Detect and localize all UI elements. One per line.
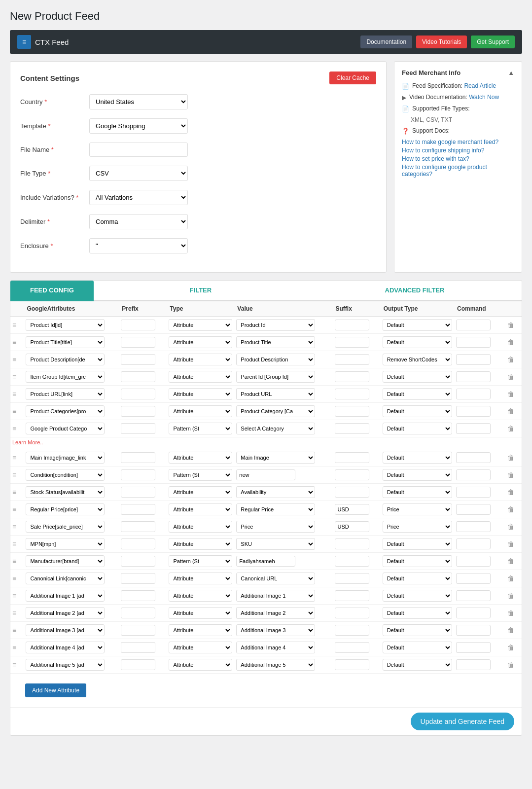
value-select[interactable]: Canonical URL — [236, 573, 315, 584]
support-link-4[interactable]: How to configure google product categori… — [402, 164, 514, 178]
tab-filter[interactable]: FILTER — [94, 281, 308, 301]
prefix-input[interactable] — [121, 608, 155, 618]
drag-handle[interactable]: ≡ — [10, 466, 24, 484]
prefix-input[interactable] — [121, 406, 155, 417]
delete-row-button[interactable]: 🗑 — [505, 389, 516, 399]
command-input[interactable] — [456, 659, 491, 670]
output-type-select[interactable]: Default — [383, 607, 452, 619]
type-select[interactable]: Attribute — [169, 573, 232, 584]
drag-handle[interactable]: ≡ — [10, 368, 24, 386]
google-attribute-select[interactable]: Product Id[id] — [26, 319, 105, 331]
type-select[interactable]: Attribute — [169, 607, 232, 619]
suffix-input[interactable] — [335, 389, 369, 399]
suffix-input[interactable] — [335, 469, 369, 480]
prefix-input[interactable] — [121, 389, 155, 399]
tab-feed-config[interactable]: FEED CONFIG — [10, 281, 94, 301]
output-type-select[interactable]: Price — [383, 521, 452, 533]
delete-row-button[interactable]: 🗑 — [505, 337, 516, 347]
command-input[interactable] — [456, 538, 491, 549]
value-select[interactable]: Additional Image 3 — [236, 624, 315, 636]
google-attribute-select[interactable]: MPN[mpn] — [26, 538, 105, 550]
prefix-input[interactable] — [121, 659, 155, 670]
google-attribute-select[interactable]: Product Title[title] — [26, 336, 105, 348]
output-type-select[interactable]: Default — [383, 452, 452, 464]
google-attribute-select[interactable]: Additional Image 5 [ad — [26, 659, 105, 671]
drag-handle[interactable]: ≡ — [10, 553, 24, 570]
delete-row-button[interactable]: 🗑 — [505, 320, 516, 330]
value-select[interactable]: Regular Price — [236, 503, 315, 515]
docs-button[interactable]: Documentation — [360, 36, 412, 48]
learn-more-link[interactable]: Learn More.. — [12, 439, 43, 445]
output-type-select[interactable]: Default — [383, 538, 452, 550]
tab-advanced-filter[interactable]: ADVANCED FILTER — [308, 281, 522, 301]
output-type-select[interactable]: Default — [383, 371, 452, 383]
command-input[interactable] — [456, 469, 491, 480]
command-input[interactable] — [456, 608, 491, 618]
delete-row-button[interactable]: 🗑 — [505, 453, 516, 463]
delete-row-button[interactable]: 🗑 — [505, 539, 516, 549]
output-type-select[interactable]: Price — [383, 503, 452, 515]
command-input[interactable] — [456, 642, 491, 653]
spec-link[interactable]: Read Article — [464, 82, 496, 89]
type-select[interactable]: Attribute — [169, 503, 232, 515]
google-attribute-select[interactable]: Item Group Id[item_grc — [26, 371, 105, 383]
prefix-input[interactable] — [121, 504, 155, 515]
delete-row-button[interactable]: 🗑 — [505, 504, 516, 514]
support-link-3[interactable]: How to set price with tax? — [402, 155, 514, 162]
type-select[interactable]: Attribute — [169, 538, 232, 550]
command-input[interactable] — [456, 452, 491, 463]
google-attribute-select[interactable]: Regular Price[price] — [26, 503, 105, 515]
type-select[interactable]: Attribute — [169, 405, 232, 417]
type-select[interactable]: Attribute — [169, 319, 232, 331]
value-select[interactable]: Availability — [236, 486, 315, 498]
suffix-input[interactable] — [335, 354, 369, 365]
value-select[interactable]: Price — [236, 521, 315, 533]
delete-row-button[interactable]: 🗑 — [505, 522, 516, 532]
google-attribute-select[interactable]: Condition[condition] — [26, 469, 105, 481]
drag-handle[interactable]: ≡ — [10, 605, 24, 622]
type-select[interactable]: Pattern (St — [169, 555, 232, 567]
google-attribute-select[interactable]: Additional Image 4 [ad — [26, 642, 105, 653]
add-new-attribute-button[interactable]: Add New Attribute — [25, 683, 86, 697]
drag-handle[interactable]: ≡ — [10, 351, 24, 368]
prefix-input[interactable] — [121, 538, 155, 549]
drag-handle[interactable]: ≡ — [10, 570, 24, 587]
drag-handle[interactable]: ≡ — [10, 536, 24, 553]
output-type-select[interactable]: Default — [383, 590, 452, 602]
prefix-input[interactable] — [121, 354, 155, 365]
prefix-input[interactable] — [121, 573, 155, 584]
value-input[interactable] — [236, 556, 295, 567]
command-input[interactable] — [456, 521, 491, 532]
suffix-input[interactable] — [335, 590, 369, 601]
value-select[interactable]: Product Title — [236, 336, 315, 348]
prefix-input[interactable] — [121, 625, 155, 636]
type-select[interactable]: Attribute — [169, 371, 232, 383]
prefix-input[interactable] — [121, 320, 155, 330]
suffix-input[interactable] — [335, 625, 369, 636]
variations-select[interactable]: All Variations — [89, 190, 188, 205]
google-attribute-select[interactable]: Product URL[link] — [26, 388, 105, 400]
drag-handle[interactable]: ≡ — [10, 317, 24, 334]
output-type-select[interactable]: Default — [383, 319, 452, 331]
prefix-input[interactable] — [121, 452, 155, 463]
delimiter-select[interactable]: Comma — [89, 214, 188, 229]
google-attribute-select[interactable]: Canonical Link[canonic — [26, 573, 105, 584]
drag-handle[interactable]: ≡ — [10, 622, 24, 639]
delete-row-button[interactable]: 🗑 — [505, 424, 516, 433]
output-type-select[interactable]: Default — [383, 624, 452, 636]
template-select[interactable]: Google Shopping — [89, 118, 188, 134]
type-select[interactable]: Attribute — [169, 452, 232, 464]
type-select[interactable]: Attribute — [169, 624, 232, 636]
delete-row-button[interactable]: 🗑 — [505, 625, 516, 635]
update-feed-button[interactable]: Update and Generate Feed — [411, 713, 514, 730]
value-select[interactable]: Product Id — [236, 319, 315, 331]
value-select[interactable]: Additional Image 5 — [236, 659, 315, 671]
drag-handle[interactable]: ≡ — [10, 420, 24, 437]
delete-row-button[interactable]: 🗑 — [505, 372, 516, 382]
google-attribute-select[interactable]: Main Image[image_link — [26, 452, 105, 464]
video-button[interactable]: Video Tutorials — [416, 36, 467, 48]
prefix-input[interactable] — [121, 469, 155, 480]
type-select[interactable]: Attribute — [169, 659, 232, 671]
value-select[interactable]: Additional Image 2 — [236, 607, 315, 619]
delete-row-button[interactable]: 🗑 — [505, 574, 516, 583]
